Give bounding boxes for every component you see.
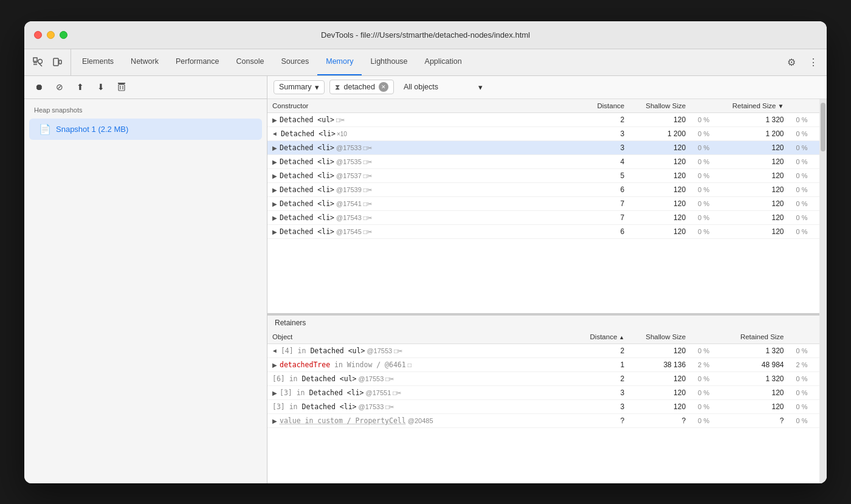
col-shallow-pct: [691, 99, 721, 113]
expand-arrow[interactable]: ▶: [272, 159, 277, 165]
tab-elements[interactable]: Elements: [74, 49, 122, 75]
tabs: Elements Network Performance Console Sou…: [74, 49, 778, 75]
table-row[interactable]: ▶Detached <li> @17539 □✂ 6 120 0 % 120 0…: [267, 182, 819, 196]
save-icon[interactable]: ⬇: [94, 80, 108, 94]
expand-arrow[interactable]: ▶: [272, 418, 277, 424]
tab-console[interactable]: Console: [228, 49, 273, 75]
retainer-header-row: Object Distance▲ Shallow Size Retained S…: [267, 330, 819, 344]
expand-arrow[interactable]: ▶: [272, 201, 277, 207]
tab-network[interactable]: Network: [122, 49, 167, 75]
upper-table-area: Constructor Distance Shallow Size Retain…: [267, 99, 819, 313]
retainer-row[interactable]: ▶[3] in Detached <li> @17551 □✂ 3 120 0 …: [267, 385, 819, 399]
expand-arrow[interactable]: ▶: [272, 229, 277, 235]
retainers-section: Retainers: [267, 313, 819, 483]
all-objects-select[interactable]: All objects ▾: [399, 81, 488, 94]
collect-garbage-icon[interactable]: [114, 80, 129, 94]
snapshot-label: Snapshot 1 (2.2 MB): [56, 125, 128, 134]
svg-rect-8: [119, 85, 125, 91]
sidebar: ⏺ ⊘ ⬆ ⬇ Heap snapshots 📄 Snapshot 1 (2.2…: [24, 76, 267, 483]
expand-arrow[interactable]: ▼: [272, 348, 278, 354]
tab-bar-right: ⚙ ⋮: [778, 49, 822, 75]
traffic-lights: [34, 31, 67, 39]
record-icon[interactable]: ⏺: [32, 80, 46, 94]
main-panel: Summary ▾ ⧗ detached ✕ All objects ▾: [267, 76, 827, 483]
table-row[interactable]: ▼Detached <li>×10 3 1 200 0 % 1 200 0 %: [267, 126, 819, 140]
expand-arrow[interactable]: ▶: [272, 390, 277, 396]
close-button[interactable]: [34, 31, 42, 39]
tab-memory[interactable]: Memory: [317, 49, 362, 75]
panel-wrapper: Constructor Distance Shallow Size Retain…: [267, 99, 827, 483]
retainers-scroll[interactable]: ▼[4] in Detached <ul> @17553 □✂ 2 120 0 …: [267, 344, 819, 483]
svg-rect-6: [118, 83, 125, 84]
vertical-scrollbar[interactable]: [819, 99, 827, 483]
col-retained-size-r[interactable]: Retained Size: [722, 330, 789, 344]
inspector-icon[interactable]: [29, 54, 46, 71]
settings-icon[interactable]: ⚙: [783, 54, 800, 71]
col-retained-pct-r: [789, 330, 819, 344]
col-object[interactable]: Object: [267, 330, 574, 344]
panel-toolbar: Summary ▾ ⧗ detached ✕ All objects ▾: [267, 76, 827, 99]
retainer-row[interactable]: [3] in Detached <li> @17533 □✂ 3 120 0 %…: [267, 399, 819, 413]
heap-snapshots-label: Heap snapshots: [24, 99, 267, 117]
retainer-row[interactable]: [6] in Detached <ul> @17553 □✂ 2 120 0 %…: [267, 371, 819, 385]
retainers-data-table: ▼[4] in Detached <ul> @17553 □✂ 2 120 0 …: [267, 344, 819, 428]
title-bar: DevTools - file:///Users/stmarthe/detach…: [24, 21, 827, 49]
heap-table: Constructor Distance Shallow Size Retain…: [267, 99, 819, 113]
upper-table-scroll[interactable]: ▶Detached <ul>□✂ 2 120 0 % 1 320 0 %: [267, 113, 819, 313]
snapshot-item[interactable]: 📄 Snapshot 1 (2.2 MB): [29, 119, 262, 140]
table-row[interactable]: ▶Detached <ul>□✂ 2 120 0 % 1 320 0 %: [267, 113, 819, 127]
col-constructor[interactable]: Constructor: [267, 99, 574, 113]
expand-arrow[interactable]: ▶: [272, 215, 277, 221]
main-content: ⏺ ⊘ ⬆ ⬇ Heap snapshots 📄 Snapshot 1 (2.2…: [24, 76, 827, 483]
retainer-row[interactable]: ▼[4] in Detached <ul> @17553 □✂ 2 120 0 …: [267, 344, 819, 358]
retainer-row[interactable]: ▶value in custom / PropertyCell @20485 ?…: [267, 413, 819, 427]
tab-performance[interactable]: Performance: [167, 49, 228, 75]
tab-bar: Elements Network Performance Console Sou…: [24, 49, 827, 76]
minimize-button[interactable]: [47, 31, 55, 39]
sidebar-toolbar: ⏺ ⊘ ⬆ ⬇: [24, 76, 267, 99]
expand-arrow[interactable]: ▶: [272, 145, 277, 151]
col-retained-pct: [789, 99, 819, 113]
table-row[interactable]: ▶Detached <li> @17541 □✂ 7 120 0 % 120 0…: [267, 196, 819, 210]
load-icon[interactable]: ⬆: [73, 80, 88, 94]
expand-arrow[interactable]: ▶: [272, 362, 277, 368]
col-shallow-size-r[interactable]: Shallow Size: [629, 330, 691, 344]
snapshot-icon: 📄: [39, 123, 51, 135]
filter-tag: ⧗ detached ✕: [329, 80, 393, 94]
maximize-button[interactable]: [60, 31, 67, 39]
svg-rect-0: [33, 58, 37, 61]
expand-arrow[interactable]: ▶: [272, 117, 277, 123]
col-shallow-size[interactable]: Shallow Size: [629, 99, 691, 113]
col-distance-asc[interactable]: Distance▲: [574, 330, 629, 344]
filter-icon: ⧗: [335, 83, 340, 91]
svg-rect-5: [59, 60, 61, 64]
more-options-icon[interactable]: ⋮: [805, 54, 822, 71]
table-header-row: Constructor Distance Shallow Size Retain…: [267, 99, 819, 113]
summary-select[interactable]: Summary ▾: [274, 80, 325, 94]
tab-bar-left-icons: [29, 49, 71, 75]
svg-point-3: [38, 60, 43, 64]
table-row[interactable]: ▶Detached <li> @17537 □✂ 5 120 0 % 120 0…: [267, 168, 819, 182]
devtools-window: DevTools - file:///Users/stmarthe/detach…: [24, 21, 827, 483]
table-row[interactable]: ▶Detached <li> @17535 □✂ 4 120 0 % 120 0…: [267, 154, 819, 168]
table-row[interactable]: ▶Detached <li> @17533 □✂ 3 120 0 % 120 0…: [267, 140, 819, 154]
device-toolbar-icon[interactable]: [49, 54, 66, 71]
col-retained-size[interactable]: Retained Size ▼: [722, 99, 789, 113]
tab-lighthouse[interactable]: Lighthouse: [362, 49, 416, 75]
table-row[interactable]: ▶Detached <li> @17545 □✂ 6 120 0 % 120 0…: [267, 224, 819, 238]
expand-arrow[interactable]: ▼: [272, 131, 278, 137]
clear-icon[interactable]: ⊘: [52, 80, 67, 94]
upper-data-table: ▶Detached <ul>□✂ 2 120 0 % 1 320 0 %: [267, 113, 819, 239]
tab-application[interactable]: Application: [416, 49, 470, 75]
retainer-row[interactable]: ▶detachedTree in Window / @6461 □ 1 38 1…: [267, 357, 819, 371]
retainers-header-table: Object Distance▲ Shallow Size Retained S…: [267, 330, 819, 344]
scrollbar-thumb[interactable]: [821, 103, 825, 151]
expand-arrow[interactable]: ▶: [272, 187, 277, 193]
upper-lower-split: Constructor Distance Shallow Size Retain…: [267, 99, 819, 483]
retainers-label: Retainers: [267, 314, 819, 330]
table-row[interactable]: ▶Detached <li> @17543 □✂ 7 120 0 % 120 0…: [267, 210, 819, 224]
expand-arrow[interactable]: ▶: [272, 173, 277, 179]
col-distance[interactable]: Distance: [574, 99, 629, 113]
tab-sources[interactable]: Sources: [272, 49, 317, 75]
filter-close-button[interactable]: ✕: [379, 82, 388, 92]
